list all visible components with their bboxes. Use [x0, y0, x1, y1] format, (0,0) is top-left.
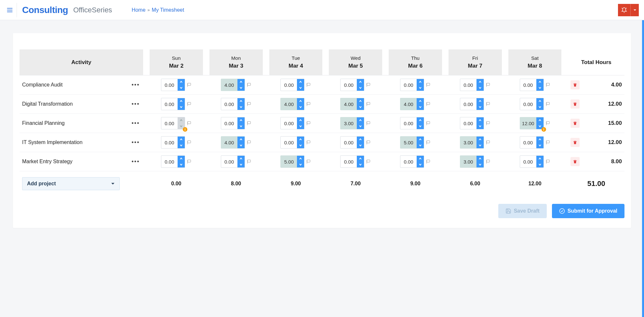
notifications-button[interactable]	[618, 4, 630, 16]
note-flag-icon[interactable]	[486, 121, 490, 125]
hours-input[interactable]	[281, 79, 297, 91]
increment-button[interactable]	[536, 98, 543, 104]
decrement-button[interactable]	[297, 162, 304, 167]
hours-input[interactable]	[341, 98, 357, 110]
increment-button[interactable]	[476, 98, 484, 104]
hours-input[interactable]	[400, 117, 417, 129]
increment-button[interactable]	[178, 137, 185, 142]
hours-input[interactable]	[460, 79, 476, 91]
row-menu-button[interactable]: •••	[131, 157, 141, 166]
increment-button[interactable]	[476, 79, 484, 85]
breadcrumb-current[interactable]: My Timesheet	[152, 7, 184, 13]
decrement-button[interactable]	[417, 85, 424, 91]
decrement-button[interactable]	[237, 162, 245, 167]
hours-input[interactable]	[221, 117, 237, 129]
hours-input[interactable]	[161, 117, 178, 129]
decrement-button[interactable]	[536, 142, 543, 148]
note-flag-icon[interactable]	[426, 83, 431, 87]
note-flag-icon[interactable]	[306, 83, 311, 87]
increment-button[interactable]	[297, 98, 304, 104]
decrement-button[interactable]	[297, 85, 304, 91]
note-flag-icon[interactable]	[426, 102, 431, 106]
hours-input[interactable]	[221, 79, 237, 91]
hours-input[interactable]	[400, 98, 417, 110]
row-menu-button[interactable]: •••	[131, 99, 141, 109]
hours-input[interactable]	[221, 156, 237, 167]
note-flag-icon[interactable]	[247, 159, 251, 164]
decrement-button[interactable]	[476, 123, 484, 129]
increment-button[interactable]	[417, 137, 424, 142]
hours-input[interactable]	[341, 117, 357, 129]
row-menu-button[interactable]: •••	[131, 138, 141, 147]
increment-button[interactable]	[417, 79, 424, 85]
increment-button[interactable]	[297, 79, 304, 85]
increment-button[interactable]	[178, 98, 185, 104]
decrement-button[interactable]	[297, 142, 304, 148]
note-flag-icon[interactable]	[247, 121, 251, 125]
hours-input[interactable]	[520, 156, 536, 167]
note-flag-icon[interactable]	[366, 159, 371, 164]
hours-input[interactable]	[161, 156, 178, 167]
decrement-button[interactable]	[417, 142, 424, 148]
note-flag-icon[interactable]	[187, 140, 192, 145]
decrement-button[interactable]	[357, 123, 364, 129]
note-flag-icon[interactable]	[546, 83, 550, 87]
submit-approval-button[interactable]: Submit for Approval	[552, 204, 624, 218]
decrement-button[interactable]	[357, 104, 364, 110]
save-draft-button[interactable]: Save Draft	[498, 204, 547, 218]
note-flag-icon[interactable]	[426, 140, 431, 145]
note-flag-icon[interactable]	[306, 121, 311, 125]
delete-row-button[interactable]	[570, 138, 580, 147]
hours-input[interactable]	[281, 117, 297, 129]
increment-button[interactable]	[417, 117, 424, 123]
increment-button[interactable]	[536, 137, 543, 142]
hours-input[interactable]	[221, 98, 237, 110]
hours-input[interactable]	[400, 79, 417, 91]
hours-input[interactable]	[520, 137, 536, 148]
decrement-button[interactable]	[476, 104, 484, 110]
hours-input[interactable]	[460, 137, 476, 148]
decrement-button[interactable]	[536, 104, 543, 110]
note-flag-icon[interactable]	[366, 140, 371, 145]
hours-input[interactable]	[161, 79, 178, 91]
increment-button[interactable]	[357, 98, 364, 104]
note-flag-icon[interactable]	[306, 102, 311, 106]
decrement-button[interactable]	[178, 85, 185, 91]
decrement-button[interactable]	[476, 85, 484, 91]
hours-input[interactable]	[400, 156, 417, 167]
hours-input[interactable]	[341, 137, 357, 148]
row-menu-button[interactable]: •••	[131, 118, 141, 128]
breadcrumb-home[interactable]: Home	[132, 7, 146, 13]
increment-button[interactable]	[237, 117, 245, 123]
decrement-button[interactable]	[357, 142, 364, 148]
hours-input[interactable]	[520, 98, 536, 110]
decrement-button[interactable]	[417, 104, 424, 110]
note-flag-icon[interactable]	[546, 102, 550, 106]
increment-button[interactable]	[237, 79, 245, 85]
hours-input[interactable]	[520, 117, 536, 129]
increment-button[interactable]	[357, 156, 364, 162]
hours-input[interactable]	[341, 79, 357, 91]
increment-button[interactable]	[476, 117, 484, 123]
decrement-button[interactable]	[297, 123, 304, 129]
hours-input[interactable]	[161, 98, 178, 110]
note-flag-icon[interactable]	[187, 102, 192, 106]
increment-button[interactable]	[357, 117, 364, 123]
hours-input[interactable]	[281, 137, 297, 148]
increment-button[interactable]	[237, 98, 245, 104]
note-flag-icon[interactable]	[187, 83, 192, 87]
increment-button[interactable]	[536, 79, 543, 85]
note-flag-icon[interactable]	[426, 121, 431, 125]
decrement-button[interactable]	[297, 104, 304, 110]
decrement-button[interactable]	[417, 123, 424, 129]
decrement-button[interactable]	[536, 85, 543, 91]
hours-input[interactable]	[221, 137, 237, 148]
note-flag-icon[interactable]	[486, 140, 490, 145]
increment-button[interactable]	[237, 137, 245, 142]
hours-input[interactable]	[460, 117, 476, 129]
increment-button[interactable]	[357, 79, 364, 85]
decrement-button[interactable]	[237, 104, 245, 110]
decrement-button[interactable]	[417, 162, 424, 167]
increment-button[interactable]	[476, 137, 484, 142]
note-flag-icon[interactable]	[366, 102, 371, 106]
